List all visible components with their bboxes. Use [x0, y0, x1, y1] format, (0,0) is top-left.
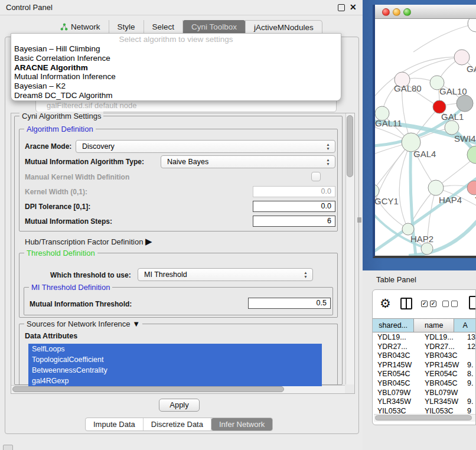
network-node-label: GAL1 [441, 112, 464, 122]
table-cell: YER054C [425, 369, 458, 379]
network-node[interactable] [421, 243, 433, 255]
tab-select[interactable]: Select [144, 20, 184, 34]
tab-infer-network-label: Infer Network [219, 420, 265, 429]
data-attribute-item[interactable]: gal4RGexp [28, 376, 322, 386]
mi-algorithm-type-select[interactable]: Naive Bayes ▲▼ [161, 155, 335, 168]
sources-title-text: Sources for Network Inference [27, 319, 131, 328]
window-zoom-button[interactable] [403, 8, 411, 16]
aracne-mode-label: Aracne Mode: [25, 142, 71, 151]
algorithm-option[interactable]: Dream8 DC_TDC Algorithm [11, 91, 341, 100]
table-row[interactable]: YLR345WYLR345W9. [373, 397, 476, 406]
column-header[interactable]: A [454, 319, 476, 332]
algorithm-option[interactable]: Bayesian – Hill Climbing [11, 44, 341, 54]
float-panel-icon[interactable] [338, 4, 345, 11]
table-cell: 9. [467, 379, 473, 388]
panel-divider-grip[interactable] [357, 217, 361, 223]
data-attribute-item[interactable]: SelfLoops [28, 344, 322, 354]
mi-algorithm-type-value: Naive Bayes [167, 158, 208, 166]
network-edge[interactable] [413, 24, 476, 52]
table-row[interactable]: YBR045CYBR045C9. [373, 379, 476, 388]
document-icon[interactable] [469, 296, 476, 309]
network-node[interactable] [468, 19, 476, 32]
dpi-tolerance-field[interactable]: 0.0 [253, 201, 335, 212]
table-row[interactable]: YBL079WYBL079W [373, 388, 476, 397]
table-cell: YDR27... [377, 342, 407, 351]
checkbox-checked-icon[interactable]: ✓ [430, 301, 436, 307]
tab-network-label: Network [71, 22, 100, 31]
network-node-label: GAL10 [439, 86, 467, 96]
network-icon [60, 23, 68, 31]
manual-kernel-width-checkbox[interactable] [311, 172, 321, 181]
network-node-label: GAL [467, 64, 476, 74]
checkbox-unchecked-icon[interactable] [451, 301, 458, 307]
horizontal-scrollbar-thumb[interactable] [12, 386, 284, 392]
vertical-scrollbar-thumb[interactable] [347, 115, 353, 177]
network-node-hap2[interactable] [402, 223, 414, 235]
table-row[interactable]: YPR145WYPR145W9. [373, 360, 476, 370]
table-row[interactable]: YDL19...YDL19...13 [373, 332, 476, 342]
hub-definition-row[interactable]: Hub/Transcription Factor Definition ▶ [25, 236, 152, 247]
checkbox-checked-icon[interactable]: ✓ [421, 301, 428, 307]
chevron-updown-icon: ▲▼ [303, 270, 308, 280]
network-node-swi4[interactable] [445, 120, 459, 135]
network-node[interactable] [457, 95, 473, 112]
table-cell: YBR043C [425, 351, 458, 360]
table-row[interactable]: YDR27...YDR27...12 [373, 342, 476, 351]
network-node-gcy1[interactable] [375, 184, 379, 197]
network-node-gal[interactable] [454, 50, 470, 65]
control-panel: Control Panel ✕ Network Style Select [0, 0, 363, 450]
network-edge[interactable] [402, 57, 462, 80]
algorithm-option[interactable]: Bayesian – K2 [11, 81, 341, 91]
bottom-tabs: Impute Data Discretize Data Infer Networ… [85, 418, 273, 431]
apply-button[interactable]: Apply [159, 399, 200, 412]
window-minimize-button[interactable] [393, 8, 400, 16]
chevron-updown-icon: ▲▼ [325, 158, 331, 167]
table-row[interactable]: YIL053CYIL053C9 [373, 406, 476, 414]
corner-mini-button[interactable] [3, 445, 13, 450]
table-cell: 9. [467, 360, 473, 370]
column-header[interactable]: name [414, 319, 454, 332]
expand-right-icon[interactable]: ▶ [145, 236, 152, 246]
algorithm-option[interactable]: ARACNE Algorithm [11, 63, 341, 73]
column-header[interactable]: shared... [373, 319, 414, 332]
tab-impute-data[interactable]: Impute Data [86, 418, 144, 431]
window-close-button[interactable] [382, 8, 390, 16]
aracne-mode-select[interactable]: Discovery ▲▼ [76, 140, 335, 153]
close-panel-icon[interactable]: ✕ [350, 4, 357, 11]
control-panel-titlebar: Control Panel ✕ [0, 0, 363, 15]
collapse-down-icon[interactable]: ▼ [132, 319, 140, 328]
network-node-hap4[interactable] [428, 180, 444, 195]
mi-steps-label: Mutual Information Steps: [25, 217, 112, 226]
tab-discretize-data[interactable]: Discretize Data [144, 418, 211, 431]
table-row[interactable]: YBR043CYBR043C [373, 351, 476, 360]
gear-icon[interactable]: ⚙ [380, 296, 391, 311]
data-attribute-item[interactable]: TopologicalCoefficient [28, 354, 322, 365]
mi-steps-field[interactable]: 6 [253, 216, 335, 227]
which-threshold-select[interactable]: MI Threshold ▲▼ [138, 268, 313, 281]
columns-icon[interactable] [400, 298, 412, 309]
data-attributes-label: Data Attributes [25, 332, 77, 340]
mi-threshold-label: Mutual Information Threshold: [30, 300, 132, 308]
tab-infer-network[interactable]: Infer Network [211, 418, 272, 431]
network-window-titlebar[interactable] [375, 5, 476, 19]
tab-style[interactable]: Style [109, 20, 144, 34]
table-row[interactable]: YER054CYER054C8. [373, 369, 476, 379]
table-cell: YER054C [377, 369, 410, 379]
table-cell: 13 [467, 332, 475, 342]
tab-cyni-toolbox[interactable]: Cyni Toolbox [183, 20, 245, 34]
mi-threshold-field[interactable]: 0.5 [248, 298, 331, 309]
data-attribute-item[interactable]: BetweennessCentrality [28, 365, 322, 376]
algorithm-option[interactable]: Mutual Information Inference [11, 72, 341, 81]
kernel-width-field[interactable]: 0.0 [253, 186, 335, 197]
network-node-label: GAL11 [375, 118, 402, 128]
table-horizontal-scrollbar-thumb[interactable] [375, 415, 472, 420]
chevron-updown-icon: ▲▼ [325, 142, 331, 152]
tab-network[interactable]: Network [52, 20, 109, 34]
network-node[interactable] [467, 146, 476, 164]
table-panel: ⚙ ✓ ✓ shared...nameA YDL19...YDL19...13Y… [372, 289, 476, 425]
algorithm-option[interactable]: Basic Correlation Inference [11, 54, 341, 63]
algorithm-dropdown-list: Select algorithm to view settings Bayesi… [11, 33, 341, 101]
tab-jactivemnodules[interactable]: jActiveMNodules [245, 20, 322, 34]
checkbox-unchecked-icon[interactable] [442, 301, 449, 307]
network-graph-canvas[interactable]: GALGAL80GAL10GAL1GAL11SWI4GAL4GCY1HAP4YH… [375, 19, 476, 256]
